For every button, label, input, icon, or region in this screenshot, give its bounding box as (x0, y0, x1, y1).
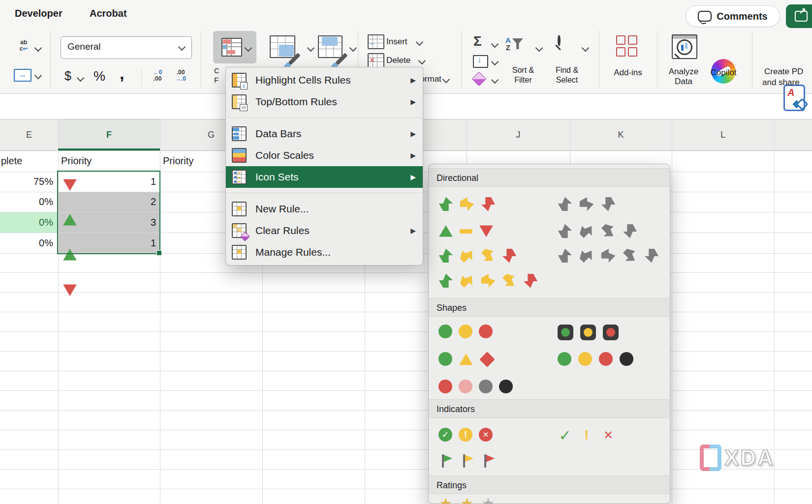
icon-set-row[interactable] (429, 325, 670, 340)
circle-yellow-icon (578, 352, 592, 366)
clear-chevron-icon[interactable] (491, 76, 499, 84)
comments-button[interactable]: Comments (686, 5, 780, 27)
add-ins-icon[interactable] (616, 35, 638, 57)
number-format-select[interactable]: General (61, 36, 192, 59)
brush-icon (335, 53, 347, 65)
wrap-text-chevron-icon[interactable] (34, 44, 42, 52)
comma-style-button[interactable]: , (120, 64, 124, 83)
format-as-table-icon[interactable] (270, 35, 295, 58)
cell-e4[interactable]: 0% (0, 212, 53, 233)
fill-chevron-icon[interactable] (491, 58, 499, 66)
cf-databars-icon (232, 126, 247, 141)
icon-set-row[interactable] (429, 496, 670, 504)
insert-button[interactable]: Insert (386, 37, 407, 47)
arrow-right-gray-icon (601, 248, 616, 263)
create-pdf-icon[interactable] (783, 85, 805, 111)
format-as-table-chevron-icon[interactable] (307, 44, 315, 52)
add-ins-label[interactable]: Add-ins (607, 68, 649, 78)
decrease-decimal-button[interactable]: .00→.0 (172, 69, 189, 82)
icon-set-row[interactable] (429, 224, 670, 239)
conditional-formatting-label-fragment: CF (214, 66, 219, 85)
increase-decimal-button[interactable]: ←0.00 (149, 69, 166, 82)
cell-styles-icon[interactable] (318, 35, 343, 58)
insert-cells-icon[interactable]: ← (368, 34, 384, 49)
column-header-k[interactable]: K (570, 119, 672, 150)
arrow-up-gray-icon (558, 224, 572, 238)
conditional-formatting-button[interactable] (213, 31, 256, 63)
icon-set-row[interactable] (429, 428, 670, 444)
format-chevron-icon[interactable] (442, 76, 450, 84)
cell-styles-chevron-icon[interactable] (349, 44, 357, 52)
column-header-l[interactable]: L (672, 119, 774, 150)
percent-style-button[interactable]: % (94, 69, 105, 84)
analyze-data-label[interactable]: Analyze (663, 67, 704, 77)
arrow-down-gray-icon (644, 248, 659, 263)
icon-set-row[interactable] (429, 273, 670, 289)
delete-chevron-icon[interactable] (418, 57, 426, 65)
menu-item-highlight-cells-rules[interactable]: Highlight Cells Rules ▶ (226, 69, 423, 91)
column-header-e[interactable]: E (0, 119, 58, 150)
currency-button[interactable]: $ (64, 69, 71, 83)
sort-filter-icon[interactable]: AZ (505, 36, 523, 51)
sort-filter-label2[interactable]: Filter (503, 76, 543, 85)
star-gold-icon (460, 496, 474, 504)
arrow-upright-gray-icon (576, 245, 597, 266)
insert-chevron-icon[interactable] (416, 38, 424, 46)
find-select-label[interactable]: Find & (547, 66, 587, 75)
share-icon (795, 11, 808, 22)
delete-button[interactable]: Delete (386, 56, 410, 65)
circle-green-icon (438, 325, 452, 338)
copilot-label[interactable]: Copilot (708, 68, 739, 78)
trafficlight-red-icon (603, 325, 619, 340)
create-pdf-label2[interactable]: and share (762, 78, 800, 88)
menu-item-new-rule[interactable]: New Rule... (226, 198, 423, 220)
arrow-down-red-icon (502, 248, 517, 263)
find-select-chevron-icon[interactable] (582, 44, 590, 52)
cell-e5[interactable]: 0% (0, 233, 53, 253)
column-header-j[interactable]: J (467, 119, 570, 150)
fill-down-icon[interactable] (473, 55, 488, 68)
share-button[interactable] (786, 4, 812, 28)
merge-chevron-icon[interactable] (34, 72, 42, 80)
column-header-f[interactable]: F (58, 119, 160, 150)
autosum-chevron-icon[interactable] (491, 40, 499, 48)
flag-green-icon (438, 453, 453, 468)
delete-cells-icon[interactable]: ✕ (368, 53, 384, 68)
cross-red-icon (601, 428, 616, 443)
menu-item-clear-rules[interactable]: Clear Rules ▶ (226, 220, 423, 241)
cell-e3[interactable]: 0% (0, 192, 53, 212)
cell-g1[interactable]: Priority (163, 150, 193, 172)
tab-acrobat[interactable]: Acrobat (90, 8, 127, 19)
cell-e2[interactable]: 75% (0, 172, 53, 192)
arrow-down-red-icon (523, 273, 538, 288)
menu-item-manage-rules[interactable]: Manage Rules... (226, 241, 423, 263)
watermark-bracket-right-icon (710, 445, 721, 471)
fill-handle[interactable] (156, 250, 162, 256)
analyze-data-label2[interactable]: Data (663, 77, 704, 87)
menu-item-color-scales[interactable]: Color Scales ▶ (226, 145, 423, 166)
submenu-arrow-icon: ▶ (410, 173, 416, 181)
icon-set-row[interactable] (429, 453, 670, 469)
menu-item-data-bars[interactable]: Data Bars ▶ (226, 123, 423, 145)
menu-item-icon-sets[interactable]: Icon Sets ▶ (226, 166, 423, 188)
sort-filter-label[interactable]: Sort & (503, 66, 543, 75)
tab-developer[interactable]: Developer (15, 8, 62, 19)
autosum-button[interactable]: Σ (473, 33, 482, 49)
icon-set-row[interactable] (429, 380, 670, 395)
sort-filter-chevron-icon[interactable] (535, 44, 543, 52)
analyze-data-icon[interactable] (672, 34, 697, 59)
merge-cells-icon[interactable]: ↔ (14, 69, 31, 82)
cell-e1[interactable]: plete (1, 150, 29, 172)
icon-set-row[interactable] (429, 248, 670, 264)
wrap-text-icon[interactable]: abc↩ (15, 39, 32, 52)
icon-set-row[interactable] (429, 197, 670, 212)
menu-item-top-bottom-rules[interactable]: Top/Bottom Rules ▶ (226, 91, 423, 113)
create-pdf-label[interactable]: Create PD (764, 67, 803, 77)
find-select-icon[interactable] (558, 36, 561, 45)
circle-yellow-icon (459, 325, 472, 338)
cell-f1[interactable]: Priority (61, 150, 92, 172)
icon-set-row[interactable] (429, 352, 670, 368)
find-select-label2[interactable]: Select (547, 76, 587, 85)
clear-icon[interactable] (472, 72, 487, 87)
currency-chevron-icon[interactable] (77, 74, 85, 82)
